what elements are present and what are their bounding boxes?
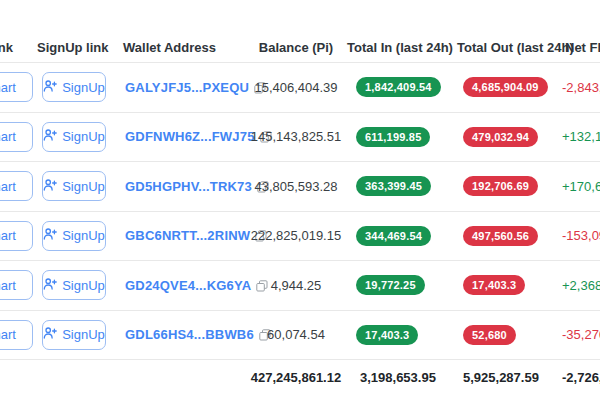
- totals-total-out: 5,925,287.59: [457, 370, 562, 385]
- balance-value: 145,143,825.51: [245, 129, 347, 144]
- totals-total-in: 3,198,653.95: [347, 370, 457, 385]
- signup-button-label: SignUp: [62, 327, 105, 342]
- total-out-badge: 4,685,904.09: [463, 77, 548, 97]
- total-out-badge: 479,032.94: [463, 127, 538, 147]
- column-header-total-in: Total In (last 24h): [347, 40, 457, 56]
- total-in-badge: 344,469.54: [356, 226, 431, 246]
- wallet-address-link[interactable]: GALYJFJ5...PXEQU: [125, 80, 249, 95]
- chart-button[interactable]: Chart: [0, 320, 33, 350]
- signup-button[interactable]: SignUp: [42, 221, 106, 251]
- balance-value: 43,805,593.28: [245, 179, 347, 194]
- chart-button[interactable]: Chart: [0, 122, 33, 152]
- signup-button[interactable]: SignUp: [42, 122, 106, 152]
- table-row: Chart SignUp GD24QVE4...KG6YA: [0, 261, 600, 311]
- table-row: Chart SignUp GDL66HS4...BBWB6: [0, 311, 600, 361]
- signup-button[interactable]: SignUp: [42, 171, 106, 201]
- wallet-address-link[interactable]: GD24QVE4...KG6YA: [125, 278, 251, 293]
- net-flow-value: -2,843,494.55: [562, 80, 600, 95]
- table-body: Chart SignUp GALYJFJ5...PXEQU: [0, 63, 600, 360]
- balance-value: 60,074.54: [245, 327, 347, 342]
- balance-value: 222,825,019.15: [245, 228, 347, 243]
- net-flow-value: +170,692.76: [562, 179, 600, 194]
- table-row: Chart SignUp GD5HGPHV...TRK73: [0, 162, 600, 212]
- chart-button[interactable]: Chart: [0, 221, 33, 251]
- totals-balance: 427,245,861.12: [245, 370, 347, 385]
- person-add-icon: [43, 79, 57, 96]
- wallet-address-link[interactable]: GD5HGPHV...TRK73: [125, 179, 252, 194]
- person-add-icon: [43, 277, 57, 294]
- total-in-badge: 19,772.25: [356, 275, 425, 295]
- table-row: Chart SignUp GBC6NRTT...2RINW: [0, 212, 600, 262]
- person-add-icon: [43, 178, 57, 195]
- signup-button-label: SignUp: [62, 129, 105, 144]
- net-flow-value: +132,166.91: [562, 129, 600, 144]
- balance-value: 15,406,404.39: [245, 80, 347, 95]
- column-header-total-out: Total Out (last 24h): [457, 40, 562, 56]
- signup-button-label: SignUp: [62, 228, 105, 243]
- table-row: Chart SignUp GDFNWH6Z...FWJ75: [0, 113, 600, 163]
- table-row: Chart SignUp GALYJFJ5...PXEQU: [0, 63, 600, 113]
- person-add-icon: [43, 227, 57, 244]
- total-in-badge: 1,842,409.54: [356, 77, 441, 97]
- signup-button[interactable]: SignUp: [42, 72, 106, 102]
- column-header-wallet-address: Wallet Address: [120, 40, 245, 56]
- table-header-row: Chart link SignUp link Wallet Address Ba…: [0, 40, 600, 63]
- wallet-table: Chart link SignUp link Wallet Address Ba…: [0, 0, 600, 400]
- wallet-address-link[interactable]: GDFNWH6Z...FWJ75: [125, 129, 255, 144]
- total-out-badge: 192,706.69: [463, 176, 538, 196]
- signup-button-label: SignUp: [62, 80, 105, 95]
- total-in-badge: 611,199.85: [356, 127, 430, 147]
- column-header-signup-link: SignUp link: [35, 40, 120, 56]
- net-flow-value: -153,091.02: [562, 228, 600, 243]
- wallet-table-viewport: Chart link SignUp link Wallet Address Ba…: [0, 0, 600, 400]
- net-flow-value: -35,276.7: [562, 327, 600, 342]
- net-flow-value: +2,368.95: [562, 278, 600, 293]
- person-add-icon: [43, 326, 57, 343]
- wallet-address-link[interactable]: GBC6NRTT...2RINW: [125, 228, 250, 243]
- total-out-badge: 17,403.3: [463, 275, 525, 295]
- chart-button[interactable]: Chart: [0, 72, 33, 102]
- total-in-badge: 363,399.45: [356, 176, 431, 196]
- total-in-badge: 17,403.3: [356, 325, 418, 345]
- column-header-net-flow: Net Flow: [562, 40, 600, 56]
- totals-row: 427,245,861.12 3,198,653.95 5,925,287.59…: [0, 360, 600, 400]
- chart-button[interactable]: Chart: [0, 171, 33, 201]
- signup-button-label: SignUp: [62, 278, 105, 293]
- chart-button[interactable]: Chart: [0, 270, 33, 300]
- wallet-address-link[interactable]: GDL66HS4...BBWB6: [125, 327, 254, 342]
- totals-net-flow: -2,726,633.64: [562, 370, 600, 385]
- total-out-badge: 52,680: [463, 325, 516, 345]
- signup-button[interactable]: SignUp: [42, 270, 106, 300]
- signup-button-label: SignUp: [62, 179, 105, 194]
- total-out-badge: 497,560.56: [463, 226, 538, 246]
- person-add-icon: [43, 128, 57, 145]
- balance-value: 4,944.25: [245, 278, 347, 293]
- signup-button[interactable]: SignUp: [42, 320, 106, 350]
- column-header-balance: Balance (Pi): [245, 40, 347, 56]
- column-header-chart-link: Chart link: [0, 40, 35, 56]
